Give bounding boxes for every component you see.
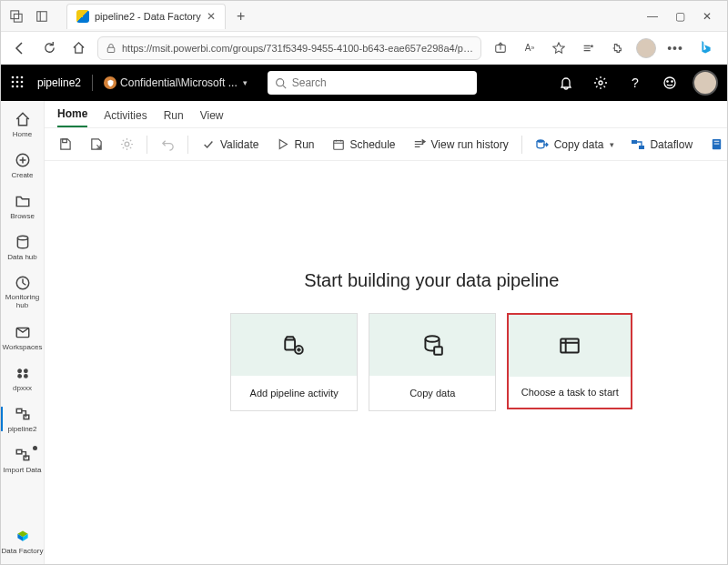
svg-rect-40: [713, 141, 719, 142]
svg-point-25: [17, 369, 20, 372]
undo-icon: [160, 137, 175, 152]
sidebar-item-pipeline2[interactable]: pipeline2: [1, 401, 45, 437]
chevron-down-icon: ▾: [243, 78, 248, 87]
url-field[interactable]: https://msit.powerbi.com/groups/731f5349…: [97, 36, 481, 60]
read-aloud-icon[interactable]: A»: [520, 38, 540, 58]
refresh-button[interactable]: [39, 38, 59, 58]
svg-rect-4: [107, 47, 115, 52]
svg-point-26: [24, 369, 26, 372]
sidebar-item-label: Workspaces: [3, 343, 43, 351]
settings-button[interactable]: [116, 135, 137, 155]
minimize-button[interactable]: —: [645, 10, 660, 23]
home-button[interactable]: [68, 38, 88, 58]
tab-run[interactable]: Run: [164, 104, 184, 127]
tab-view[interactable]: View: [200, 104, 224, 127]
sidebar-item-label: Home: [13, 130, 32, 138]
add-activity-icon: [282, 333, 306, 357]
svg-point-20: [672, 81, 672, 82]
lock-icon: [106, 43, 116, 54]
save-as-icon: [88, 137, 103, 152]
bing-chat-icon[interactable]: [694, 36, 718, 60]
chevron-down-icon: ▾: [610, 140, 614, 149]
toolbar: Validate Run Schedule View run history C…: [45, 128, 727, 161]
svg-rect-44: [285, 340, 295, 350]
new-tab-button[interactable]: +: [231, 6, 251, 26]
sidebar-item-label: Browse: [10, 212, 35, 220]
settings-icon[interactable]: [589, 71, 612, 95]
close-window-button[interactable]: ✕: [700, 10, 714, 23]
svg-rect-48: [561, 338, 579, 352]
svg-point-36: [537, 139, 544, 143]
svg-rect-47: [434, 347, 442, 355]
sidebar-item-home[interactable]: Home: [1, 106, 45, 142]
tab-activities[interactable]: Activities: [104, 104, 147, 127]
dataflow-button[interactable]: Dataflow: [627, 135, 696, 155]
tab-actions-icon[interactable]: [6, 6, 26, 26]
undo-button[interactable]: [157, 135, 178, 155]
history-icon: [412, 137, 427, 152]
pipeline-name: pipeline2: [37, 76, 81, 89]
validate-button[interactable]: Validate: [197, 135, 262, 155]
schedule-button[interactable]: Schedule: [328, 135, 399, 155]
save-as-button[interactable]: [85, 135, 106, 155]
sensitivity-label[interactable]: Confidential\Microsoft ... ▾: [104, 76, 248, 89]
home-icon: [14, 110, 32, 128]
notifications-icon[interactable]: [554, 71, 578, 95]
feedback-icon[interactable]: [658, 71, 682, 95]
save-icon: [57, 137, 72, 152]
save-button[interactable]: [54, 135, 76, 155]
notebook-button[interactable]: Notebook: [705, 135, 727, 155]
run-button[interactable]: Run: [271, 135, 318, 155]
sidebar-item-dpxxx[interactable]: dpxxx: [1, 360, 45, 396]
sidebar-item-label: Monitoring hub: [1, 294, 45, 310]
search-input[interactable]: Search: [268, 71, 477, 95]
browser-address-bar: https://msit.powerbi.com/groups/731f5349…: [1, 32, 727, 65]
sidebar-item-create[interactable]: Create: [1, 147, 45, 183]
svg-rect-37: [632, 140, 637, 144]
app-launcher-icon[interactable]: [10, 75, 26, 91]
copy-data-icon: [535, 137, 550, 152]
browser-tab[interactable]: pipeline2 - Data Factory ✕: [66, 4, 226, 29]
card-label: Choose a task to start: [509, 377, 631, 408]
svg-point-19: [667, 81, 668, 82]
profile-avatar[interactable]: [636, 38, 656, 58]
favorites-list-icon[interactable]: [578, 38, 598, 58]
tab-home[interactable]: Home: [57, 102, 87, 127]
svg-point-14: [21, 86, 24, 88]
svg-rect-35: [333, 140, 343, 149]
ribbon-tabs: Home Activities Run View: [45, 101, 727, 128]
svg-point-7: [16, 76, 19, 79]
svg-rect-29: [16, 409, 22, 413]
help-icon[interactable]: ?: [623, 71, 647, 95]
sidebar-item-workspaces[interactable]: Workspaces: [1, 319, 45, 355]
folder-icon: [14, 192, 32, 210]
svg-point-18: [664, 77, 675, 88]
vertical-tabs-icon[interactable]: [32, 6, 52, 26]
sidebar-item-browse[interactable]: Browse: [1, 188, 45, 224]
card-copy-data[interactable]: Copy data: [369, 313, 496, 411]
extensions-icon[interactable]: [607, 38, 627, 58]
import-icon: [14, 446, 32, 464]
favorite-icon[interactable]: [549, 38, 569, 58]
card-choose-task[interactable]: Choose a task to start: [507, 313, 632, 409]
svg-point-6: [12, 76, 15, 79]
start-cards: Add pipeline activity Copy data Choose a…: [230, 313, 632, 411]
workspaces-icon: [14, 323, 32, 341]
view-run-history-button[interactable]: View run history: [409, 135, 512, 155]
card-add-pipeline-activity[interactable]: Add pipeline activity: [230, 313, 358, 411]
back-button[interactable]: [10, 38, 30, 58]
more-icon[interactable]: •••: [665, 38, 685, 58]
copy-data-button[interactable]: Copy data▾: [531, 135, 619, 155]
sidebar-item-label: Data hub: [7, 253, 36, 261]
user-avatar[interactable]: [693, 70, 718, 96]
card-label: Add pipeline activity: [231, 376, 357, 410]
sidebar-item-data-factory[interactable]: Data Factory: [1, 523, 45, 564]
maximize-button[interactable]: ▢: [672, 10, 687, 23]
sidebar-item-data-hub[interactable]: Data hub: [1, 229, 45, 265]
close-tab-icon[interactable]: ✕: [207, 10, 216, 23]
sidebar-item-monitoring-hub[interactable]: Monitoring hub: [1, 270, 45, 314]
sidebar-item-import-data[interactable]: Import Data: [1, 442, 45, 478]
share-icon[interactable]: [490, 38, 511, 58]
svg-point-9: [12, 81, 15, 84]
svg-rect-0: [11, 10, 19, 18]
